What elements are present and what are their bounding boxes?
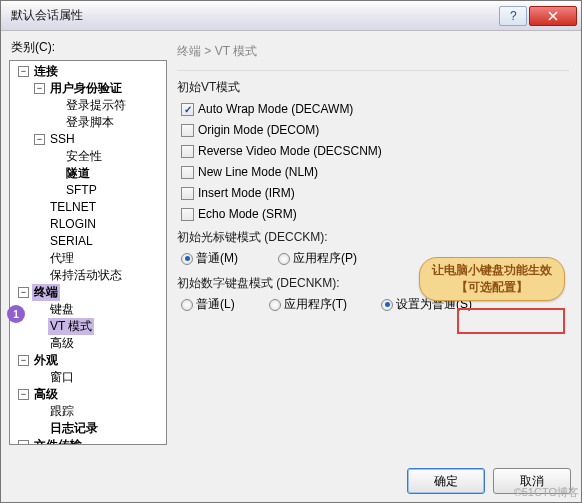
tree-item[interactable]: −高级 — [10, 386, 166, 403]
tree-item-label: 用户身份验证 — [48, 80, 124, 97]
tree-item[interactable]: −文件传输 — [10, 437, 166, 445]
checkbox-label: New Line Mode (NLM) — [198, 165, 318, 179]
tree-toggle-icon[interactable]: − — [34, 83, 45, 94]
checkbox[interactable] — [181, 166, 194, 179]
tree-item[interactable]: −终端 — [10, 284, 166, 301]
section-initial-vt: 初始VT模式 — [177, 79, 569, 96]
annotation-highlight — [457, 308, 565, 334]
tree-item[interactable]: 高级 — [10, 335, 166, 352]
tree-item-label: VT 模式 — [48, 318, 94, 335]
radio[interactable] — [278, 253, 290, 265]
ok-button[interactable]: 确定 — [407, 468, 485, 494]
tree-item-label: 连接 — [32, 63, 60, 80]
tree-item-label: SFTP — [64, 182, 99, 199]
tree-item-label: 高级 — [48, 335, 76, 352]
section-cursor-keys: 初始光标键模式 (DECCKM): — [177, 229, 569, 246]
radio-option[interactable]: 应用程序(T) — [269, 296, 347, 313]
window-title: 默认会话属性 — [11, 7, 499, 24]
radio[interactable] — [269, 299, 281, 311]
svg-text:?: ? — [510, 11, 517, 21]
tree-toggle-icon[interactable]: − — [34, 134, 45, 145]
tree-item[interactable]: 隧道 — [10, 165, 166, 182]
watermark: ©51CTO博客 — [514, 485, 579, 500]
radio-option[interactable]: 普通(L) — [181, 296, 235, 313]
tree-item-label: 跟踪 — [48, 403, 76, 420]
tree-toggle-icon[interactable]: − — [18, 355, 29, 366]
help-button[interactable]: ? — [499, 6, 527, 26]
tree-item-label: 终端 — [32, 284, 60, 301]
tree-item[interactable]: −SSH — [10, 131, 166, 148]
tree-item-label: 高级 — [32, 386, 60, 403]
category-label: 类别(C): — [9, 37, 167, 60]
tree-item-label: SSH — [48, 131, 77, 148]
tree-item[interactable]: TELNET — [10, 199, 166, 216]
tree-item[interactable]: SFTP — [10, 182, 166, 199]
tree-item[interactable]: −连接 — [10, 63, 166, 80]
tree-toggle-icon[interactable]: − — [18, 389, 29, 400]
tree-item[interactable]: SERIAL — [10, 233, 166, 250]
radio-label: 普通(M) — [196, 250, 238, 267]
radio[interactable] — [181, 299, 193, 311]
tree-item[interactable]: 代理 — [10, 250, 166, 267]
tree-item-label: 隧道 — [64, 165, 92, 182]
checkbox-label: Echo Mode (SRM) — [198, 207, 297, 221]
tree-item[interactable]: 键盘 — [10, 301, 166, 318]
tree-item-label: SERIAL — [48, 233, 95, 250]
tree-item[interactable]: −用户身份验证 — [10, 80, 166, 97]
annotation-marker: 1 — [7, 305, 25, 323]
breadcrumb: 终端 > VT 模式 — [177, 37, 569, 71]
checkbox[interactable] — [181, 145, 194, 158]
tree-toggle-icon[interactable]: − — [18, 66, 29, 77]
tree-item[interactable]: RLOGIN — [10, 216, 166, 233]
titlebar: 默认会话属性 ? — [1, 1, 581, 31]
radio-option[interactable]: 应用程序(P) — [278, 250, 357, 267]
tree-item-label: 文件传输 — [32, 437, 84, 445]
dialog-window: 默认会话属性 ? 类别(C): −连接−用户身份验证登录提示符登录脚本−SSH安… — [0, 0, 582, 503]
tree-item-label: 登录脚本 — [64, 114, 116, 131]
radio-label: 应用程序(T) — [284, 296, 347, 313]
tree-item[interactable]: 登录脚本 — [10, 114, 166, 131]
settings-panel: 终端 > VT 模式 初始VT模式 Auto Wrap Mode (DECAWM… — [167, 37, 573, 445]
close-button[interactable] — [529, 6, 577, 26]
tree-item-label: 代理 — [48, 250, 76, 267]
radio[interactable] — [181, 253, 193, 265]
tree-item-label: 日志记录 — [48, 420, 100, 437]
tree-item-label: 登录提示符 — [64, 97, 128, 114]
tree-item-label: RLOGIN — [48, 216, 98, 233]
tree-item[interactable]: 跟踪 — [10, 403, 166, 420]
tree-item[interactable]: 窗口 — [10, 369, 166, 386]
radio-option[interactable]: 普通(M) — [181, 250, 238, 267]
tree-item[interactable]: VT 模式 — [10, 318, 166, 335]
checkbox[interactable] — [181, 208, 194, 221]
tree-item[interactable]: 登录提示符 — [10, 97, 166, 114]
radio[interactable] — [381, 299, 393, 311]
annotation-tip: 让电脑小键盘功能生效 【可选配置】 — [419, 257, 565, 301]
tree-item-label: 键盘 — [48, 301, 76, 318]
checkbox[interactable] — [181, 187, 194, 200]
checkbox-label: Reverse Video Mode (DECSCNM) — [198, 144, 382, 158]
radio-label: 普通(L) — [196, 296, 235, 313]
checkbox[interactable] — [181, 103, 194, 116]
tree-item-label: TELNET — [48, 199, 98, 216]
tree-item[interactable]: 日志记录 — [10, 420, 166, 437]
checkbox-label: Insert Mode (IRM) — [198, 186, 295, 200]
tree-toggle-icon[interactable]: − — [18, 287, 29, 298]
tree-item[interactable]: −外观 — [10, 352, 166, 369]
tree-item-label: 保持活动状态 — [48, 267, 124, 284]
category-tree[interactable]: −连接−用户身份验证登录提示符登录脚本−SSH安全性隧道SFTPTELNETRL… — [9, 60, 167, 445]
tree-toggle-icon[interactable]: − — [18, 440, 29, 445]
tree-item-label: 安全性 — [64, 148, 104, 165]
tree-item[interactable]: 安全性 — [10, 148, 166, 165]
radio-label: 应用程序(P) — [293, 250, 357, 267]
tree-item-label: 窗口 — [48, 369, 76, 386]
tree-item[interactable]: 保持活动状态 — [10, 267, 166, 284]
checkbox-label: Auto Wrap Mode (DECAWM) — [198, 102, 353, 116]
checkbox[interactable] — [181, 124, 194, 137]
tree-item-label: 外观 — [32, 352, 60, 369]
checkbox-label: Origin Mode (DECOM) — [198, 123, 319, 137]
